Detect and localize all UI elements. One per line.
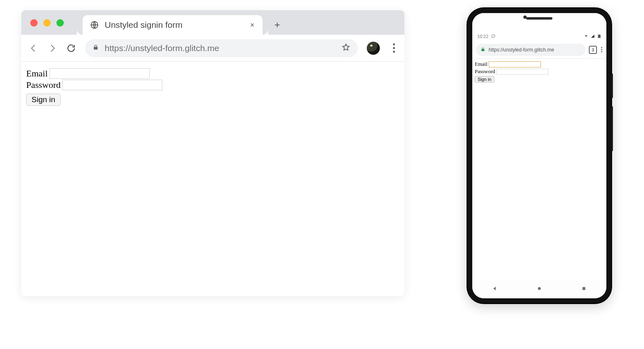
email-input[interactable]: [49, 68, 150, 79]
phone-screen: 10:22 htt: [472, 13, 606, 298]
phone-page-content: Email Password Sign in: [472, 59, 606, 280]
password-input[interactable]: [62, 80, 162, 90]
password-label: Password: [26, 80, 61, 90]
phone-signin-button[interactable]: Sign in: [475, 76, 494, 83]
phone-email-input[interactable]: [489, 61, 541, 67]
tab-strip: Unstyled signin form: [21, 10, 404, 35]
android-recents-icon[interactable]: [581, 286, 587, 293]
signin-button[interactable]: Sign in: [26, 94, 61, 106]
lock-icon: [92, 44, 99, 52]
svg-rect-4: [583, 287, 586, 290]
browser-menu-button[interactable]: [389, 43, 397, 53]
wifi-icon: [584, 34, 588, 39]
svg-rect-2: [599, 36, 600, 38]
tab-switcher-button[interactable]: 3: [589, 46, 597, 54]
android-home-icon[interactable]: [536, 286, 542, 293]
email-label: Email: [26, 68, 48, 79]
email-row: Email: [26, 68, 399, 79]
window-minimize-icon[interactable]: [43, 19, 51, 27]
phone-email-row: Email: [475, 60, 604, 68]
svg-point-3: [538, 287, 541, 290]
lock-icon: [480, 46, 485, 54]
browser-toolbar: https://unstyled-form.glitch.me: [21, 35, 404, 62]
tab-close-button[interactable]: [249, 21, 256, 29]
phone-password-row: Password: [475, 68, 604, 75]
phone-browser-toolbar: https://unstyled-form.glitch.me 3: [472, 41, 606, 59]
android-nav-bar: [472, 280, 606, 298]
phone-url-text: https://unstyled-form.glitch.me: [489, 47, 554, 53]
url-text: https://unstyled-form.glitch.me: [105, 43, 336, 53]
bookmark-star-icon[interactable]: [341, 43, 350, 54]
phone-status-bar: 10:22: [472, 32, 606, 41]
page-content: Email Password Sign in: [21, 62, 404, 112]
password-row: Password: [26, 80, 399, 90]
phone-side-button: [611, 74, 613, 98]
phone-speaker-icon: [526, 17, 552, 20]
new-tab-button[interactable]: [268, 16, 286, 34]
android-back-icon[interactable]: [492, 286, 498, 293]
browser-tab[interactable]: Unstyled signin form: [83, 15, 263, 35]
back-icon[interactable]: [29, 43, 38, 53]
status-time: 10:22: [477, 34, 489, 39]
phone-device-frame: 10:22 htt: [467, 8, 611, 303]
signal-icon: [590, 34, 595, 39]
phone-bezel-top: [472, 13, 606, 32]
phone-menu-button[interactable]: [600, 47, 603, 52]
address-bar[interactable]: https://unstyled-form.glitch.me: [85, 39, 358, 57]
window-controls: [30, 19, 64, 27]
battery-icon: [597, 34, 601, 39]
window-close-icon[interactable]: [30, 19, 38, 27]
forward-icon[interactable]: [47, 43, 57, 53]
desktop-browser-window: Unstyled signin form https://unstyled-fo…: [21, 10, 404, 296]
globe-icon: [90, 20, 99, 29]
do-not-disturb-icon: [491, 34, 496, 39]
profile-avatar[interactable]: [367, 42, 380, 55]
phone-address-bar[interactable]: https://unstyled-form.glitch.me: [476, 44, 586, 56]
phone-email-label: Email: [475, 60, 487, 68]
reload-icon[interactable]: [66, 43, 76, 53]
tab-title: Unstyled signin form: [105, 20, 243, 30]
tab-count: 3: [592, 47, 594, 52]
window-zoom-icon[interactable]: [56, 19, 64, 27]
phone-password-input[interactable]: [496, 69, 549, 75]
phone-password-label: Password: [475, 68, 495, 75]
phone-volume-button: [611, 106, 613, 151]
